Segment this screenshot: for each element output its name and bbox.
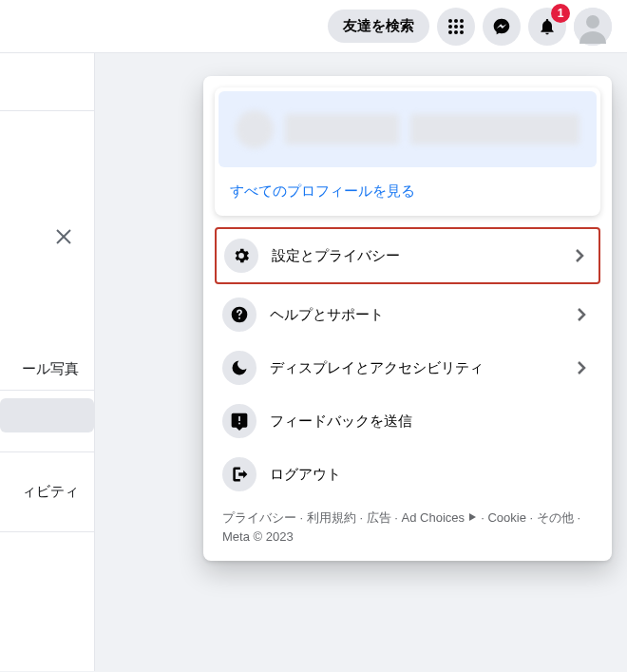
chevron-right-icon	[568, 244, 591, 267]
menu-label: ヘルプとサポート	[270, 306, 557, 324]
gear-icon	[224, 239, 258, 273]
moon-icon	[222, 351, 256, 385]
svg-point-4	[454, 25, 458, 29]
chevron-right-icon	[570, 356, 593, 379]
profile-name-blurred	[285, 114, 399, 144]
svg-point-7	[454, 30, 458, 34]
menu-grid-button[interactable]	[437, 8, 475, 46]
menu-label: ログアウト	[270, 466, 593, 484]
svg-point-5	[460, 25, 464, 29]
svg-point-0	[448, 19, 452, 23]
profile-avatar-blurred	[236, 110, 274, 148]
left-panel-partial: ール写真 ィビティ	[0, 53, 95, 671]
close-button[interactable]	[0, 130, 94, 349]
svg-point-14	[238, 317, 240, 319]
svg-rect-15	[238, 416, 240, 421]
avatar-icon	[574, 8, 612, 46]
menu-display-accessibility[interactable]: ディスプレイとアクセシビリティ	[215, 341, 600, 394]
chevron-right-icon	[570, 303, 593, 326]
left-item-activity[interactable]: ィビティ	[0, 471, 94, 512]
svg-point-3	[448, 25, 452, 29]
footer-terms[interactable]: 利用規約	[307, 510, 356, 525]
find-friends-button[interactable]: 友達を検索	[328, 10, 429, 43]
profile-row[interactable]	[218, 91, 597, 167]
dropdown-footer: プライバシー · 利用規約 · 広告 · Ad Choices · Cookie…	[215, 501, 600, 549]
left-item-photo[interactable]: ール写真	[0, 349, 94, 391]
svg-point-2	[460, 19, 464, 23]
feedback-icon	[222, 404, 256, 438]
footer-more[interactable]: その他	[537, 510, 574, 525]
notifications-button[interactable]: 1	[528, 8, 566, 46]
view-all-profiles-link[interactable]: すべてのプロフィールを見る	[218, 171, 597, 212]
svg-rect-16	[238, 423, 240, 425]
profile-card: すべてのプロフィールを見る	[215, 87, 600, 216]
menu-label: ディスプレイとアクセシビリティ	[270, 359, 557, 377]
account-dropdown: すべてのプロフィールを見る 設定とプライバシー ヘルプとサポート	[203, 76, 612, 561]
account-button[interactable]	[574, 8, 612, 46]
left-gray-bar	[0, 398, 94, 432]
footer-ad-choices[interactable]: Ad Choices	[402, 510, 465, 525]
messenger-icon	[492, 17, 511, 36]
grid-icon	[446, 17, 466, 36]
svg-point-8	[460, 30, 464, 34]
profile-rest-blurred	[410, 114, 580, 144]
footer-ads[interactable]: 広告	[367, 510, 391, 525]
menu-help-support[interactable]: ヘルプとサポート	[215, 288, 600, 341]
logout-icon	[222, 457, 256, 491]
menu-send-feedback[interactable]: フィードバックを送信	[215, 394, 600, 448]
notification-badge: 1	[551, 4, 570, 23]
footer-privacy[interactable]: プライバシー	[222, 510, 296, 525]
menu-settings-privacy[interactable]: 設定とプライバシー	[215, 227, 600, 284]
menu-label: フィードバックを送信	[270, 413, 593, 431]
footer-cookie[interactable]: Cookie	[487, 510, 525, 525]
svg-point-1	[454, 19, 458, 23]
top-bar: 友達を検索 1	[0, 0, 627, 53]
footer-copyright: Meta © 2023	[222, 529, 294, 544]
svg-point-10	[586, 15, 599, 29]
menu-logout[interactable]: ログアウト	[215, 448, 600, 501]
svg-point-6	[448, 30, 452, 34]
help-icon	[222, 298, 256, 332]
menu-label: 設定とプライバシー	[272, 247, 555, 265]
messenger-button[interactable]	[483, 8, 521, 46]
